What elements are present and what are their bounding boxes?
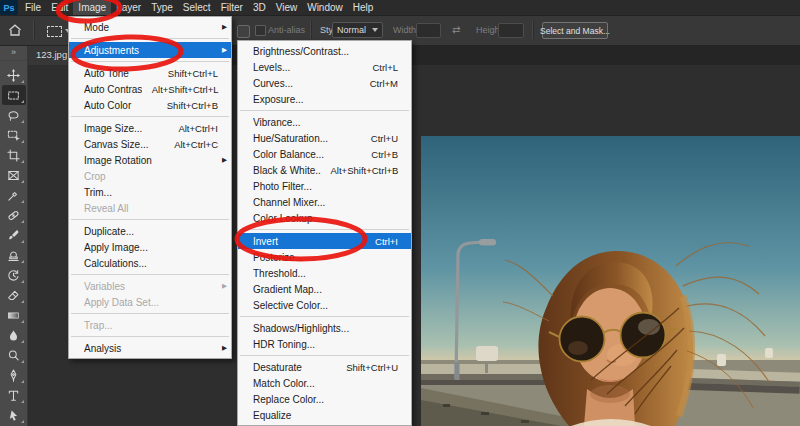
menu-item-gradient-map[interactable]: Gradient Map... bbox=[238, 281, 411, 297]
menu-item-curves[interactable]: Curves...Ctrl+M bbox=[238, 75, 411, 91]
style-dropdown[interactable]: Normal bbox=[332, 22, 383, 38]
menu-item-posterize[interactable]: Posterize... bbox=[238, 249, 411, 265]
menu-item-label: Mode bbox=[84, 22, 208, 33]
menu-item-exposure[interactable]: Exposure... bbox=[238, 91, 411, 107]
menu-item-label: Shadows/Highlights... bbox=[253, 323, 388, 334]
menu-item-auto-tone[interactable]: Auto ToneShift+Ctrl+L bbox=[69, 65, 231, 81]
menu-item-canvas-size[interactable]: Canvas Size...Alt+Ctrl+C bbox=[69, 136, 231, 152]
frame-tool[interactable] bbox=[2, 165, 26, 185]
menu-item-channel-mixer[interactable]: Channel Mixer... bbox=[238, 194, 411, 210]
menu-item-black-white[interactable]: Black & White...Alt+Shift+Ctrl+B bbox=[238, 162, 411, 178]
menu-separator bbox=[71, 336, 229, 337]
menu-item-label: Adjustments bbox=[84, 45, 208, 56]
menu-item-label: Trim... bbox=[84, 187, 208, 198]
menu-item-label: Black & White... bbox=[253, 165, 321, 176]
menu-item-duplicate[interactable]: Duplicate... bbox=[69, 223, 231, 239]
expand-panel-button[interactable]: » bbox=[0, 45, 27, 61]
gradient-tool[interactable] bbox=[2, 305, 26, 325]
home-icon[interactable] bbox=[7, 22, 23, 38]
menu-item-trim[interactable]: Trim... bbox=[69, 184, 231, 200]
menu-item-levels[interactable]: Levels...Ctrl+L bbox=[238, 59, 411, 75]
clone-stamp-tool[interactable] bbox=[2, 245, 26, 265]
menubar-item-filter[interactable]: Filter bbox=[216, 0, 248, 15]
menu-separator bbox=[240, 355, 409, 356]
menu-separator bbox=[240, 229, 409, 230]
menu-item-vibrance[interactable]: Vibrance... bbox=[238, 114, 411, 130]
menubar-item-file[interactable]: File bbox=[20, 0, 46, 15]
menu-item-calculations[interactable]: Calculations... bbox=[69, 255, 231, 271]
menubar-item-help[interactable]: Help bbox=[348, 0, 379, 15]
menu-item-shortcut: Shift+Ctrl+L bbox=[168, 68, 218, 79]
menu-item-mode[interactable]: Mode▶ bbox=[69, 19, 231, 35]
move-tool[interactable] bbox=[2, 65, 26, 85]
object-selection-tool[interactable] bbox=[2, 125, 26, 145]
menubar-item-edit[interactable]: Edit bbox=[46, 0, 73, 15]
menu-item-image-size[interactable]: Image Size...Alt+Ctrl+I bbox=[69, 120, 231, 136]
menu-item-label: Analysis bbox=[84, 343, 208, 354]
menubar-item-window[interactable]: Window bbox=[302, 0, 348, 15]
path-selection-tool[interactable] bbox=[2, 405, 26, 425]
pen-tool[interactable] bbox=[2, 365, 26, 385]
type-tool[interactable] bbox=[2, 385, 26, 405]
menubar-item-image[interactable]: Image bbox=[73, 0, 111, 15]
menubar-item-view[interactable]: View bbox=[271, 0, 303, 15]
path-selection-icon bbox=[7, 409, 20, 422]
menu-separator bbox=[71, 313, 229, 314]
marquee-preset-icon[interactable] bbox=[47, 26, 62, 37]
menu-item-photo-filter[interactable]: Photo Filter... bbox=[238, 178, 411, 194]
object-selection-icon bbox=[7, 129, 20, 142]
clone-stamp-icon bbox=[7, 249, 20, 262]
menu-item-auto-contrast[interactable]: Auto ContrastAlt+Shift+Ctrl+L bbox=[69, 81, 231, 97]
menu-item-match-color[interactable]: Match Color... bbox=[238, 375, 411, 391]
menu-item-image-rotation[interactable]: Image Rotation▶ bbox=[69, 152, 231, 168]
width-input bbox=[416, 23, 441, 38]
menu-item-shortcut: Ctrl+M bbox=[370, 78, 398, 89]
height-input bbox=[498, 23, 524, 38]
eraser-tool[interactable] bbox=[2, 285, 26, 305]
menu-item-analysis[interactable]: Analysis▶ bbox=[69, 340, 231, 356]
menu-item-threshold[interactable]: Threshold... bbox=[238, 265, 411, 281]
menu-item-label: Auto Tone bbox=[84, 68, 158, 79]
menu-item-reveal-all: Reveal All bbox=[69, 200, 231, 216]
history-brush-tool[interactable] bbox=[2, 265, 26, 285]
submenu-arrow-icon: ▶ bbox=[218, 23, 227, 31]
menu-item-invert[interactable]: InvertCtrl+I bbox=[238, 233, 411, 249]
select-and-mask-button[interactable]: Select and Mask... bbox=[542, 22, 608, 39]
rectangular-marquee-tool[interactable] bbox=[2, 85, 26, 105]
anti-alias-checkbox bbox=[255, 25, 266, 36]
menu-item-label: HDR Toning... bbox=[253, 339, 388, 350]
menubar-item-layer[interactable]: Layer bbox=[111, 0, 146, 15]
dodge-tool[interactable] bbox=[2, 345, 26, 365]
menu-item-shortcut: Alt+Ctrl+C bbox=[174, 139, 218, 150]
menu-item-apply-image[interactable]: Apply Image... bbox=[69, 239, 231, 255]
lasso-tool[interactable] bbox=[2, 105, 26, 125]
spot-healing-brush-tool[interactable] bbox=[2, 205, 26, 225]
photo-canvas[interactable] bbox=[421, 136, 800, 426]
blur-icon bbox=[7, 329, 20, 342]
menu-item-equalize[interactable]: Equalize bbox=[238, 407, 411, 423]
menu-item-adjustments[interactable]: Adjustments▶ bbox=[69, 42, 231, 58]
crop-tool[interactable] bbox=[2, 145, 26, 165]
blur-tool[interactable] bbox=[2, 325, 26, 345]
brush-tool[interactable] bbox=[2, 225, 26, 245]
menu-item-color-balance[interactable]: Color Balance...Ctrl+B bbox=[238, 146, 411, 162]
menu-item-label: Variables bbox=[84, 281, 208, 292]
menu-item-auto-color[interactable]: Auto ColorShift+Ctrl+B bbox=[69, 97, 231, 113]
menu-item-brightness-contrast[interactable]: Brightness/Contrast... bbox=[238, 43, 411, 59]
crop-icon bbox=[7, 149, 20, 162]
menu-item-hue-saturation[interactable]: Hue/Saturation...Ctrl+U bbox=[238, 130, 411, 146]
eyedropper-tool[interactable] bbox=[2, 185, 26, 205]
menubar-item-type[interactable]: Type bbox=[146, 0, 178, 15]
menu-item-selective-color[interactable]: Selective Color... bbox=[238, 297, 411, 313]
menubar-item-select[interactable]: Select bbox=[178, 0, 216, 15]
menu-item-label: Replace Color... bbox=[253, 394, 388, 405]
dodge-icon bbox=[7, 349, 20, 362]
menu-item-hdr-toning[interactable]: HDR Toning... bbox=[238, 336, 411, 352]
adjustments-submenu: Brightness/Contrast...Levels...Ctrl+LCur… bbox=[237, 40, 412, 426]
menu-item-color-lookup[interactable]: Color Lookup... bbox=[238, 210, 411, 226]
brush-icon bbox=[7, 229, 20, 242]
menu-item-shadows-highlights[interactable]: Shadows/Highlights... bbox=[238, 320, 411, 336]
menubar-item-3d[interactable]: 3D bbox=[248, 0, 271, 15]
menu-item-desaturate[interactable]: DesaturateShift+Ctrl+U bbox=[238, 359, 411, 375]
menu-item-replace-color[interactable]: Replace Color... bbox=[238, 391, 411, 407]
